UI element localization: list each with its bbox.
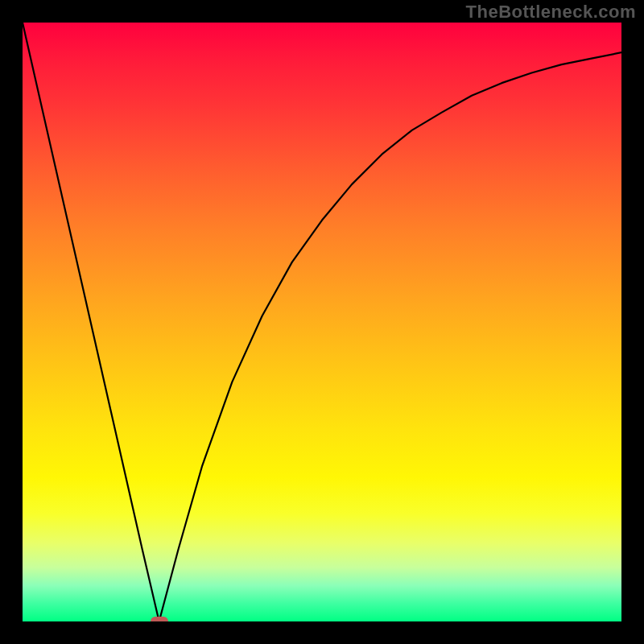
plot-area (23, 23, 621, 621)
bottleneck-curve (23, 23, 621, 621)
chart-frame: TheBottleneck.com (0, 0, 644, 644)
watermark-text: TheBottleneck.com (466, 2, 636, 23)
minimum-marker (151, 617, 168, 621)
